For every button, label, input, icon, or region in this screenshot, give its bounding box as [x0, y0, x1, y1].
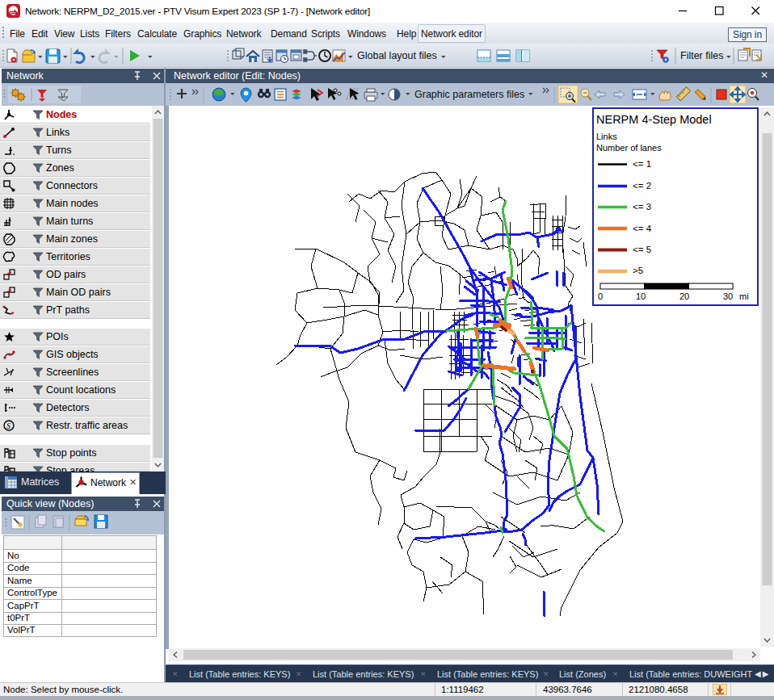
svg-text:Global layout files: Global layout files: [357, 50, 437, 61]
svg-text:Graphic parameters files: Graphic parameters files: [414, 89, 524, 100]
svg-text:23: 23: [14, 12, 19, 17]
svg-text:0: 0: [598, 291, 603, 301]
svg-text:10: 10: [636, 291, 646, 301]
svg-text:mi: mi: [739, 291, 749, 301]
svg-text:30: 30: [723, 291, 733, 301]
svg-text:Filter files: Filter files: [680, 50, 723, 61]
svg-text:20: 20: [679, 291, 689, 301]
svg-text:S: S: [6, 421, 11, 430]
